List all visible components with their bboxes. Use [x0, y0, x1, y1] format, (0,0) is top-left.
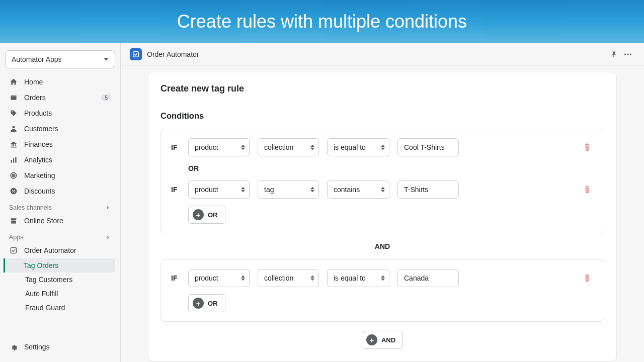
topbar-app-name: Order Automator — [147, 50, 199, 58]
nav-label: Home — [24, 78, 43, 86]
store-icon — [9, 216, 18, 225]
svg-rect-29 — [586, 189, 587, 192]
value-input[interactable] — [397, 269, 459, 287]
marketing-icon — [9, 171, 18, 180]
nav-discounts[interactable]: Discounts — [5, 184, 115, 199]
svg-point-15 — [12, 190, 13, 191]
condition-row: IF product tag contains — [171, 180, 594, 199]
orders-icon — [9, 93, 18, 102]
more-button[interactable] — [621, 47, 635, 61]
rule-card: Create new tag rule Conditions IF produc… — [148, 72, 616, 361]
add-and-button[interactable]: + AND — [362, 331, 403, 349]
operator-select[interactable]: is equal to — [327, 269, 389, 287]
nav-label: Products — [24, 109, 52, 117]
nav-label: Analytics — [24, 156, 52, 164]
card-title: Create new tag rule — [148, 83, 616, 94]
value-input[interactable] — [397, 180, 459, 199]
nav-label: Orders — [24, 94, 46, 102]
trash-icon — [583, 274, 592, 283]
nav-marketing[interactable]: Marketing — [5, 168, 115, 183]
if-label: IF — [171, 143, 180, 151]
attribute-select[interactable]: tag — [258, 180, 319, 199]
nav-order-automator[interactable]: Order Automator — [5, 243, 115, 258]
subnav-tag-orders[interactable]: Tag Orders — [4, 258, 115, 273]
delete-row-button[interactable] — [581, 272, 594, 285]
svg-rect-19 — [133, 51, 139, 57]
nav-products[interactable]: Products — [5, 106, 115, 121]
condition-row: IF product collection is equal to — [171, 138, 594, 156]
app-selector-dropdown[interactable]: Automator Apps — [5, 50, 115, 68]
delete-row-button[interactable] — [581, 141, 594, 154]
field-select[interactable]: product — [188, 269, 250, 287]
nav-finances[interactable]: Finances — [5, 137, 115, 152]
if-label: IF — [171, 186, 180, 194]
plus-icon: + — [193, 209, 204, 220]
orders-badge: 5 — [101, 94, 111, 101]
svg-rect-4 — [12, 144, 13, 146]
trash-icon — [583, 185, 592, 194]
customers-icon — [9, 124, 18, 133]
svg-rect-32 — [586, 274, 588, 275]
svg-rect-1 — [11, 95, 16, 96]
nav-home[interactable]: Home — [5, 74, 115, 89]
and-separator: AND — [148, 233, 616, 259]
nav-label: Online Store — [24, 217, 63, 225]
field-select[interactable]: product — [188, 180, 250, 199]
svg-point-3 — [12, 126, 15, 128]
apps-header[interactable]: Apps — [5, 229, 115, 243]
nav-label: Customers — [24, 125, 58, 133]
nav-settings[interactable]: Settings — [5, 339, 116, 354]
condition-group: IF product collection is equal to + OR — [160, 259, 604, 322]
chevron-down-icon — [104, 58, 109, 61]
svg-rect-6 — [15, 144, 16, 146]
field-select[interactable]: product — [188, 138, 250, 156]
trash-icon — [583, 143, 592, 152]
svg-rect-10 — [15, 157, 16, 162]
svg-point-20 — [624, 53, 626, 55]
delete-row-button[interactable] — [581, 183, 594, 196]
svg-rect-17 — [11, 221, 16, 224]
add-or-button[interactable]: + OR — [188, 294, 225, 312]
nav-orders[interactable]: Orders 5 — [5, 90, 115, 105]
banner-title: Create rules with multiple conditions — [177, 11, 467, 32]
app-icon — [130, 48, 142, 60]
svg-point-2 — [12, 111, 13, 112]
add-or-button[interactable]: + OR — [188, 206, 225, 224]
svg-rect-30 — [588, 189, 588, 192]
svg-point-13 — [13, 175, 14, 176]
banner: Create rules with multiple conditions — [0, 0, 644, 43]
chevron-right-icon — [105, 205, 111, 211]
subnav-auto-fulfill[interactable]: Auto Fulfill — [5, 287, 115, 301]
plus-icon: + — [193, 298, 204, 309]
svg-rect-28 — [586, 186, 588, 187]
sales-channels-label: Sales channels — [9, 204, 52, 211]
nav-customers[interactable]: Customers — [5, 121, 115, 136]
nav-analytics[interactable]: Analytics — [5, 152, 115, 167]
nav-label: Finances — [24, 140, 53, 148]
svg-rect-24 — [586, 143, 588, 144]
products-icon — [9, 109, 18, 118]
subnav-fraud-guard[interactable]: Fraud Guard — [5, 301, 115, 315]
more-icon — [623, 50, 632, 59]
attribute-select[interactable]: collection — [258, 269, 319, 287]
pin-icon — [610, 50, 618, 58]
svg-rect-7 — [11, 147, 16, 148]
nav-online-store[interactable]: Online Store — [5, 213, 115, 228]
svg-rect-33 — [586, 277, 587, 280]
pin-button[interactable] — [607, 47, 621, 61]
svg-rect-34 — [588, 277, 588, 280]
operator-select[interactable]: contains — [327, 180, 389, 199]
sales-channels-header[interactable]: Sales channels — [5, 199, 115, 213]
order-automator-icon — [9, 246, 18, 255]
attribute-select[interactable]: collection — [258, 138, 319, 156]
value-input[interactable] — [397, 138, 459, 156]
operator-select[interactable]: is equal to — [327, 138, 389, 156]
subnav-tag-customers[interactable]: Tag Customers — [5, 273, 115, 287]
nav-label: Settings — [24, 343, 50, 351]
nav-label: Order Automator — [24, 246, 76, 254]
svg-point-21 — [627, 53, 628, 55]
analytics-icon — [9, 155, 18, 164]
svg-rect-9 — [13, 158, 14, 163]
svg-rect-26 — [588, 146, 588, 149]
if-label: IF — [171, 274, 180, 282]
